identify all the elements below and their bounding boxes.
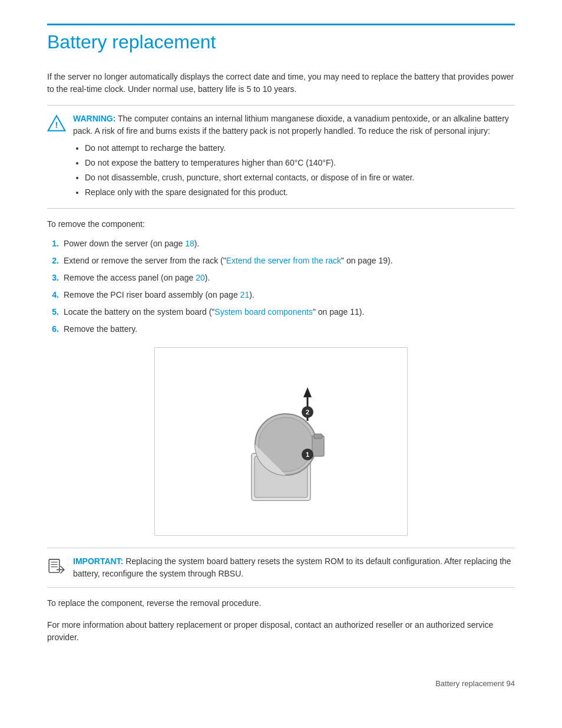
battery-figure: 1 2 — [154, 347, 408, 536]
step-3-content: Remove the access panel (on page 20). — [64, 272, 515, 284]
important-icon — [47, 556, 66, 575]
step-3-num: 3. — [47, 272, 59, 284]
svg-text:!: ! — [55, 120, 58, 130]
warning-content: WARNING: The computer contains an intern… — [73, 113, 515, 201]
step-4-after: ). — [249, 290, 254, 299]
step-3-link[interactable]: 20 — [196, 273, 205, 282]
page-title: Battery replacement — [47, 24, 515, 53]
important-label: IMPORTANT: — [73, 556, 123, 566]
step-2-content: Extend or remove the server from the rac… — [64, 255, 515, 267]
footer-page: 94 — [507, 679, 515, 688]
warning-label: WARNING: — [73, 114, 115, 123]
step-6-num: 6. — [47, 323, 59, 335]
step-5: 5. Locate the battery on the system boar… — [47, 306, 515, 318]
replace-text: To replace the component, reverse the re… — [47, 597, 515, 610]
important-box: IMPORTANT: Replacing the system board ba… — [47, 548, 515, 588]
step-6-content: Remove the battery. — [64, 323, 515, 335]
important-content: IMPORTANT: Replacing the system board ba… — [73, 555, 515, 580]
step-1-after: ). — [194, 239, 200, 248]
svg-text:2: 2 — [306, 409, 309, 416]
step-1: 1. Power down the server (on page 18). — [47, 238, 515, 250]
step-2-link[interactable]: Extend the server from the rack — [226, 256, 341, 265]
step-3: 3. Remove the access panel (on page 20). — [47, 272, 515, 284]
step-6: 6. Remove the battery. — [47, 323, 515, 335]
step-4-num: 4. — [47, 289, 59, 301]
step-1-content: Power down the server (on page 18). — [64, 238, 515, 250]
disposal-text: For more information about battery repla… — [47, 619, 515, 644]
step-5-text: Locate the battery on the system board (… — [64, 307, 214, 317]
step-4-link[interactable]: 21 — [240, 290, 250, 299]
step-2-after: " on page 19). — [341, 256, 392, 265]
warning-bullet-1: Do not attempt to recharge the battery. — [85, 142, 515, 154]
step-6-text: Remove the battery. — [64, 324, 137, 334]
step-4-content: Remove the PCI riser board assembly (on … — [64, 289, 515, 301]
intro-paragraph: If the server no longer automatically di… — [47, 71, 515, 95]
step-1-link[interactable]: 18 — [185, 239, 194, 248]
warning-icon: ! — [47, 114, 66, 133]
warning-bullets: Do not attempt to recharge the battery. … — [85, 142, 515, 199]
step-3-text: Remove the access panel (on page — [64, 273, 196, 282]
svg-rect-14 — [49, 559, 59, 572]
steps-list: 1. Power down the server (on page 18). 2… — [47, 238, 515, 335]
step-2: 2. Extend or remove the server from the … — [47, 255, 515, 267]
warning-bullet-2: Do not expose the battery to temperature… — [85, 157, 515, 169]
svg-marker-11 — [303, 387, 312, 397]
warning-text: The computer contains an internal lithiu… — [73, 114, 509, 136]
step-5-num: 5. — [47, 306, 59, 318]
page-footer: Battery replacement 94 — [47, 679, 515, 688]
warning-box: ! WARNING: The computer contains an inte… — [47, 105, 515, 209]
step-5-link[interactable]: System board components — [214, 307, 313, 317]
remove-intro: To remove the component: — [47, 218, 515, 230]
warning-bullet-4: Replace only with the spare designated f… — [85, 186, 515, 199]
step-3-after: ). — [205, 273, 210, 282]
svg-text:1: 1 — [306, 451, 309, 458]
step-4: 4. Remove the PCI riser board assembly (… — [47, 289, 515, 301]
step-1-text: Power down the server (on page — [64, 239, 185, 248]
step-5-after: " on page 11). — [313, 307, 364, 317]
step-2-num: 2. — [47, 255, 59, 267]
step-2-text: Extend or remove the server from the rac… — [64, 256, 226, 265]
step-5-content: Locate the battery on the system board (… — [64, 306, 515, 318]
step-1-num: 1. — [47, 238, 59, 250]
svg-rect-7 — [314, 434, 322, 439]
important-text: Replacing the system board battery reset… — [73, 556, 511, 578]
step-4-text: Remove the PCI riser board assembly (on … — [64, 290, 240, 299]
warning-bullet-3: Do not disassemble, crush, puncture, sho… — [85, 172, 515, 184]
footer-label: Battery replacement — [435, 679, 504, 688]
